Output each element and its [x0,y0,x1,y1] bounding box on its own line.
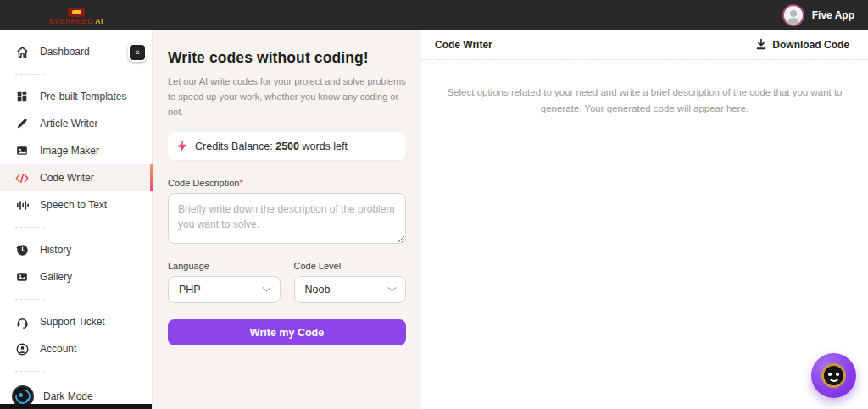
output-panel-title: Code Writer [435,39,492,51]
sidebar-item-speech-to-text[interactable]: Speech to Text [0,191,152,218]
avatar-person-icon [790,10,797,17]
sidebar-collapse-button[interactable]: « [128,43,147,62]
chatbot-fab-button[interactable] [811,353,856,398]
sidebar-item-label: Article Writer [40,118,97,130]
robot-face-icon [821,363,846,388]
language-select[interactable]: PHP [168,276,281,303]
robot-logo-icon [68,8,85,17]
person-icon [15,342,29,356]
pen-icon [15,117,29,130]
chevron-down-icon [262,284,270,292]
sidebar-divider [15,74,44,75]
code-description-input[interactable] [168,193,406,244]
code-output-panel: Code Writer Download Code Select options… [421,30,868,409]
sidebar-item-label: Support Ticket [40,316,105,328]
sidebar-item-history[interactable]: History [0,236,152,263]
sidebar-item-label: Image Maker [40,145,99,157]
sidebar-item-label: Dark Mode [43,390,93,402]
language-label: Language [168,261,281,271]
waveform-icon [15,198,29,212]
main-area: Dashboard Pre-built Templates Article Wr… [0,30,868,409]
page-title: Write codes without coding! [168,49,406,67]
sidebar-divider [15,299,44,300]
code-icon [15,171,29,185]
output-header: Code Writer Download Code [421,30,868,60]
download-code-button[interactable]: Download Code [751,38,854,52]
avatar[interactable] [782,4,804,26]
topbar: EVERNEED AI Five App [0,0,868,30]
required-asterisk: * [239,178,242,188]
language-selected-value: PHP [179,284,201,296]
templates-icon [15,90,29,103]
write-my-code-button[interactable]: Write my Code [168,319,406,345]
sidebar-footer-strip [0,404,152,409]
sidebar-divider [15,227,44,228]
sidebar-item-image-maker[interactable]: Image Maker [0,137,152,164]
sidebar-item-account[interactable]: Account [0,335,152,362]
chevron-down-icon [388,284,397,292]
sidebar-item-pre-built-templates[interactable]: Pre-built Templates [0,83,152,110]
code-description-label: Code Description* [168,178,406,188]
user-menu[interactable]: Five App [782,4,868,26]
sidebar-item-support-ticket[interactable]: Support Ticket [0,308,152,335]
code-level-label: Code Level [294,261,407,271]
home-icon [15,45,29,58]
brand-accent: AI [95,17,103,25]
code-writer-form-panel: Write codes without coding! Let our AI w… [153,30,421,409]
credits-value: 2500 [275,141,299,152]
sidebar-divider [15,371,44,372]
code-level-select[interactable]: Noob [294,276,407,303]
sidebar-item-label: Pre-built Templates [40,91,127,102]
sidebar-item-label: Speech to Text [40,199,107,211]
sidebar-item-label: Code Writer [40,172,94,184]
output-placeholder-text: Select options related to your need and … [421,85,868,117]
sidebar-item-label: Dashboard [40,46,90,58]
app-window: EVERNEED AI Five App Dashboard [0,0,868,409]
history-icon [15,243,29,257]
sidebar-item-label: Account [40,343,76,355]
image-icon [15,144,29,158]
lightning-icon [178,140,186,152]
credits-balance-text: Credits Balance: 2500 words left [195,141,348,152]
sidebar-item-article-writer[interactable]: Article Writer [0,110,152,137]
code-level-selected-value: Noob [305,284,331,296]
credits-balance-card: Credits Balance: 2500 words left [168,132,406,160]
gallery-icon [15,270,29,284]
brand-name: EVERNEED AI [49,18,103,25]
sidebar-item-gallery[interactable]: Gallery [0,263,152,290]
brand-logo[interactable]: EVERNEED AI [0,5,153,25]
page-subtitle: Let our AI write codes for your project … [168,75,406,119]
sidebar-item-label: History [40,244,71,256]
user-name: Five App [812,9,854,21]
download-icon [756,39,766,50]
sidebar-item-label: Gallery [40,271,72,283]
headset-icon [15,315,29,329]
sidebar: Dashboard Pre-built Templates Article Wr… [0,30,153,409]
sidebar-item-code-writer[interactable]: Code Writer [0,164,152,191]
download-label: Download Code [772,39,849,51]
